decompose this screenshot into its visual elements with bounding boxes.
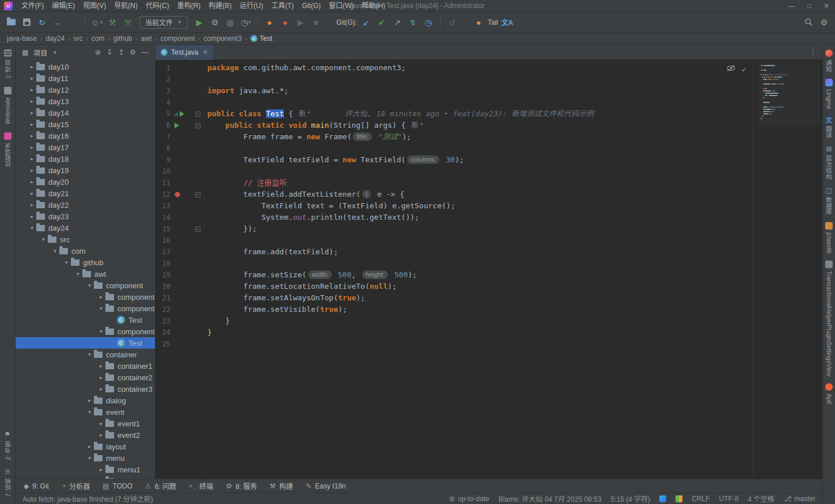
status-item-sbi-trans[interactable] bbox=[659, 495, 666, 502]
stripe-button-Lingma[interactable]: Lingma bbox=[825, 79, 833, 109]
rollback-icon[interactable]: ↺ bbox=[446, 16, 458, 29]
tree-item-day20[interactable]: ▸day20 bbox=[16, 176, 155, 188]
tree-item-Test[interactable]: CTest bbox=[16, 337, 155, 349]
translate-icon[interactable]: 文A bbox=[501, 16, 514, 29]
collapse-all-icon[interactable]: ↥ bbox=[116, 48, 126, 56]
run-icon[interactable] bbox=[174, 123, 179, 128]
build-hammer-icon[interactable]: ⚒ bbox=[106, 16, 119, 29]
status-item-UTF-8[interactable]: UTF-8 bbox=[719, 495, 738, 503]
breadcrumb-item-java-base[interactable]: java-base bbox=[6, 35, 38, 43]
tree-item-component3[interactable]: ▾component3 bbox=[16, 326, 155, 337]
tree-item-component1[interactable]: ▸component1 bbox=[16, 291, 155, 303]
breadcrumb-item-component3[interactable]: component3 bbox=[203, 35, 243, 43]
hide-panel-icon[interactable]: — bbox=[140, 48, 150, 56]
tool-window-button-分析器[interactable]: 分析器 bbox=[62, 481, 90, 491]
tool-window-button-Easy I18n[interactable]: Easy I18n bbox=[306, 482, 346, 490]
tree-item-day21[interactable]: ▸day21 bbox=[16, 188, 155, 199]
tree-item-day17[interactable]: ▸day17 bbox=[16, 142, 155, 153]
stripe-button-1: 项目[interactable]: 1: 项目 bbox=[3, 49, 12, 79]
open-file-icon[interactable] bbox=[5, 16, 17, 29]
chevron-down-icon[interactable]: ▼ bbox=[51, 50, 59, 55]
menu-item-3[interactable]: 导航(N) bbox=[110, 0, 142, 12]
debug-icon[interactable]: ⚙ bbox=[208, 16, 221, 29]
tree-item-day23[interactable]: ▸day23 bbox=[16, 211, 155, 222]
status-item-master[interactable]: master bbox=[783, 495, 815, 503]
stripe-button-Apif[interactable]: Apif bbox=[825, 383, 833, 404]
search-icon[interactable] bbox=[802, 16, 815, 29]
minimap[interactable] bbox=[759, 62, 820, 125]
run-disabled-icon[interactable]: ▶ bbox=[294, 16, 307, 29]
close-button[interactable]: ✕ bbox=[818, 0, 835, 12]
tool-window-button-8: 服务[interactable]: 8: 服务 bbox=[226, 481, 257, 491]
sync-icon[interactable]: ↻ bbox=[36, 16, 48, 29]
git-update-icon[interactable]: ↙ bbox=[360, 16, 373, 29]
git-fetch-icon[interactable]: ↯ bbox=[407, 16, 419, 29]
stripe-button-7: 结构[interactable]: 7: 结构 bbox=[3, 468, 12, 497]
menu-item-10[interactable]: 窗口(W) bbox=[325, 0, 358, 12]
run-configuration-select[interactable]: 当前文件 ▼ bbox=[139, 16, 188, 29]
tree-item-day14[interactable]: ▸day14 bbox=[16, 107, 155, 119]
tree-item-day10[interactable]: ▸day10 bbox=[16, 61, 155, 72]
tree-item-menu[interactable]: ▾menu bbox=[16, 452, 155, 464]
tree-item-container3[interactable]: ▸container3 bbox=[16, 383, 155, 395]
tree-item-day12[interactable]: ▸day12 bbox=[16, 84, 155, 96]
tree-item-container1[interactable]: ▸container1 bbox=[16, 360, 155, 372]
menu-item-4[interactable]: 代码(C) bbox=[142, 0, 173, 12]
tree-item-day19[interactable]: ▸day19 bbox=[16, 165, 155, 176]
menu-item-5[interactable]: 重构(R) bbox=[173, 0, 205, 12]
fold-marker-icon[interactable]: − bbox=[195, 227, 200, 232]
status-item-Blame: 许大仙 04 7月 2025 08:53[interactable]: Blame: 许大仙 04 7月 2025 08:53 bbox=[499, 494, 602, 503]
git-commit-icon[interactable]: ✔ bbox=[375, 16, 388, 29]
tree-item-day11[interactable]: ▸day11 bbox=[16, 72, 155, 84]
status-item-4 个空格[interactable]: 4 个空格 bbox=[747, 494, 774, 503]
project-panel-title[interactable]: 项目 bbox=[33, 48, 47, 58]
status-item-up-to-date[interactable]: up-to-date bbox=[449, 495, 489, 503]
coverage-icon[interactable]: ◎ bbox=[224, 16, 237, 29]
stop-icon[interactable]: ■ bbox=[310, 16, 322, 29]
tree-item-menu1[interactable]: ▸menu1 bbox=[16, 464, 155, 475]
tail-plugin-icon[interactable]: ● bbox=[472, 16, 485, 29]
plugin-debug-icon[interactable]: ● bbox=[279, 16, 291, 29]
tree-item-com[interactable]: ▾com bbox=[16, 245, 155, 257]
tool-window-button-6: 问题[interactable]: 6: 问题 bbox=[145, 481, 176, 491]
stripe-button-翻译[interactable]: 翻译 bbox=[825, 116, 833, 138]
hide-annotations-icon[interactable] bbox=[726, 64, 736, 74]
tree-item-dialog[interactable]: ▸dialog bbox=[16, 395, 155, 406]
profiler-icon[interactable]: ◷▾ bbox=[240, 16, 252, 29]
locate-file-icon[interactable]: ⊕ bbox=[93, 48, 103, 56]
breadcrumb-item-github[interactable]: github bbox=[112, 35, 134, 43]
stripe-button-通知[interactable]: 通知 bbox=[825, 49, 833, 72]
stripe-button-Writerside[interactable]: Writerside bbox=[4, 87, 12, 124]
plugin-run-icon[interactable]: ● bbox=[263, 16, 276, 29]
git-push-icon[interactable]: ↗ bbox=[391, 16, 404, 29]
status-item-CRLF[interactable]: CRLF bbox=[692, 495, 709, 503]
stripe-button-2: 书签[interactable]: 2: 书签 bbox=[3, 431, 12, 460]
forward-icon[interactable]: → bbox=[67, 16, 79, 29]
menu-item-6[interactable]: 构建(B) bbox=[204, 0, 236, 12]
tree-item-Test[interactable]: CTest bbox=[16, 314, 155, 326]
tree-item-event[interactable]: ▾event bbox=[16, 406, 155, 418]
expand-all-icon[interactable]: ↧ bbox=[105, 48, 114, 56]
status-item-5:15 (4 字符)[interactable]: 5:15 (4 字符) bbox=[610, 494, 650, 503]
panel-settings-icon[interactable]: ⚙ bbox=[128, 48, 138, 56]
tree-item-day24[interactable]: ▾day24 bbox=[16, 222, 155, 234]
tree-item-day13[interactable]: ▸day13 bbox=[16, 96, 155, 107]
tree-item-day16[interactable]: ▸day16 bbox=[16, 130, 155, 142]
tab-test-java[interactable]: C Test.java ✕ bbox=[155, 45, 213, 60]
tree-item-layout[interactable]: ▸layout bbox=[16, 441, 155, 452]
tree-item-component2[interactable]: ▾component2 bbox=[16, 303, 155, 314]
tree-item-component[interactable]: ▾component bbox=[16, 280, 155, 291]
breadcrumb-item-component[interactable]: component bbox=[160, 35, 196, 43]
menu-item-2[interactable]: 视图(V) bbox=[79, 0, 110, 12]
inspections-ok-icon[interactable]: ✔ bbox=[742, 65, 746, 74]
listener-icon[interactable] bbox=[174, 192, 180, 197]
fold-marker-icon[interactable]: − bbox=[195, 123, 200, 128]
fold-marker-icon[interactable]: − bbox=[195, 192, 200, 197]
stripe-button-jclasslib[interactable]: jclasslib bbox=[825, 222, 833, 254]
stripe-button-数据库[interactable]: 数据库 bbox=[825, 186, 833, 215]
menu-item-1[interactable]: 编辑(E) bbox=[48, 0, 79, 12]
tree-item-src[interactable]: ▾src bbox=[16, 234, 155, 245]
tree-item-github[interactable]: ▾github bbox=[16, 257, 155, 268]
rebuild-hammer-icon[interactable]: ⚒ bbox=[122, 16, 134, 29]
local-history-icon[interactable]: ◷ bbox=[422, 16, 435, 29]
